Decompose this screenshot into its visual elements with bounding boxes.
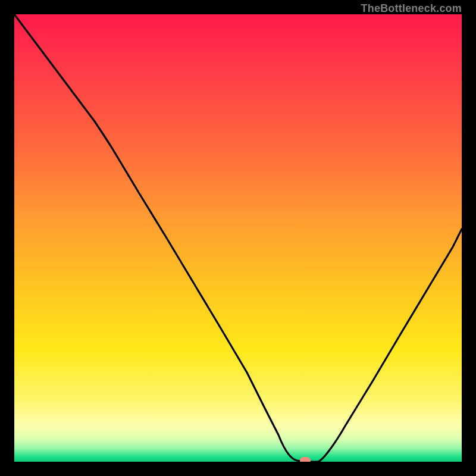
frame-border bbox=[0, 462, 476, 476]
frame-border bbox=[0, 0, 14, 476]
watermark-text: TheBottleneck.com bbox=[361, 2, 462, 15]
bottleneck-curve bbox=[14, 14, 462, 462]
frame-border bbox=[462, 0, 476, 476]
chart-stage: TheBottleneck.com bbox=[0, 0, 476, 476]
plot-area bbox=[14, 14, 462, 462]
optimal-marker bbox=[300, 457, 311, 462]
